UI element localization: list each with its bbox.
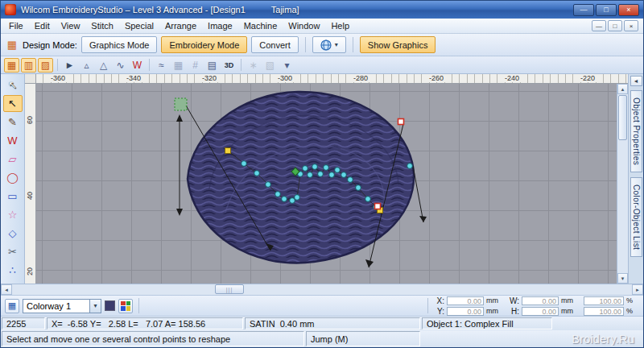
h-field[interactable]: 0.00 <box>522 307 559 316</box>
reshape-control-point[interactable] <box>335 168 341 173</box>
ellipse-tool[interactable]: ◯ <box>3 169 23 186</box>
mdi-minimize-button[interactable]: — <box>592 20 606 31</box>
menu-item-arrange[interactable]: Arrange <box>159 19 202 32</box>
graphics-mode-button[interactable]: Graphics Mode <box>81 36 158 53</box>
hscroll-thumb[interactable]: ||| <box>215 284 244 294</box>
square-red-marker[interactable] <box>375 204 381 209</box>
maximize-button[interactable]: □ <box>596 4 617 16</box>
colorway-palette-button[interactable] <box>118 299 133 313</box>
layout-icon[interactable]: ▤ <box>204 58 220 72</box>
panel-collapse-button[interactable]: ◄ <box>630 76 642 86</box>
toolbar-overflow-icon[interactable]: ▾ <box>279 58 295 72</box>
lettering-icon[interactable]: W <box>130 58 145 72</box>
scroll-right-icon[interactable]: ► <box>632 284 643 295</box>
menu-items: FileEditViewStitchSpecialArrangeImageMac… <box>3 19 355 32</box>
menu-item-view[interactable]: View <box>56 19 86 32</box>
w-field[interactable]: 0.00 <box>522 296 559 305</box>
embroidery-mode-button[interactable]: Embroidery Mode <box>161 36 247 53</box>
convert-button[interactable]: Convert <box>251 36 299 53</box>
reshape-object-tool[interactable]: ↖ <box>3 95 23 112</box>
reshape-control-point[interactable] <box>290 198 295 204</box>
reshape-control-point[interactable] <box>324 165 329 171</box>
rectangle-tool[interactable]: ▭ <box>3 188 23 205</box>
horizontal-scrollbar[interactable]: ◄ ||| ► <box>1 284 643 295</box>
scale-x-field[interactable]: 100.00 <box>584 296 624 305</box>
reshape-control-point[interactable] <box>295 195 300 201</box>
menu-item-stitch[interactable]: Stitch <box>85 19 119 32</box>
hoop-globe-button[interactable]: ▾ <box>312 36 346 53</box>
design-canvas[interactable] <box>36 84 617 284</box>
reshape-control-point[interactable] <box>318 172 324 177</box>
mdi-restore-button[interactable]: □ <box>608 20 622 31</box>
scale-y-field[interactable]: 100.00 <box>584 307 624 316</box>
lettering-tool[interactable]: W <box>3 132 23 149</box>
y-field[interactable]: 0.00 <box>447 307 484 316</box>
scroll-down-icon[interactable]: ▼ <box>617 273 628 284</box>
reshape-control-point[interactable] <box>341 172 347 178</box>
satin-fill-icon[interactable]: ▥ <box>21 58 36 72</box>
stitch-toolbar: ▦▥▨►▵△∿W≈▦#▤3D∗▧▾ <box>1 56 643 74</box>
zigzag-stitch-icon[interactable]: ∿ <box>113 58 128 72</box>
transform-panel: X: 0.00 mm Y: 0.00 mm W: 0.00 mm H: <box>434 296 639 316</box>
current-thread-swatch[interactable] <box>105 300 115 311</box>
3d-view-toggle[interactable]: 3D <box>221 58 237 72</box>
reshape-control-point[interactable] <box>303 166 308 172</box>
entry-point-marker[interactable] <box>175 98 187 110</box>
digitize-run-tool[interactable]: ✎ <box>3 114 23 130</box>
colorway-select[interactable]: Colorway 1 ▾ <box>23 299 101 313</box>
polygon-tool[interactable]: ◇ <box>3 225 23 242</box>
panel-tab-color-object-list[interactable]: Color-Object List <box>630 177 642 257</box>
contour-fill-icon[interactable]: ≈ <box>154 58 169 72</box>
reshape-control-point[interactable] <box>348 177 353 183</box>
colorway-settings-icon[interactable]: ▦ <box>5 299 19 313</box>
embroidery-object[interactable] <box>188 92 414 263</box>
select-arrow-icon[interactable]: ► <box>62 58 77 72</box>
menu-item-file[interactable]: File <box>3 19 29 32</box>
reshape-control-point[interactable] <box>266 182 271 188</box>
show-graphics-button[interactable]: Show Graphics <box>360 36 436 53</box>
square-red-marker[interactable] <box>398 119 404 125</box>
tatami-fill-icon[interactable]: ▨ <box>38 58 53 72</box>
minimize-button[interactable]: — <box>573 4 594 16</box>
reshape-control-point[interactable] <box>254 171 260 176</box>
stitch-edit-tool[interactable]: ∴ <box>3 262 23 279</box>
column-a-icon[interactable]: ▵ <box>79 58 94 72</box>
menu-item-help[interactable]: Help <box>325 19 355 32</box>
scroll-left-icon[interactable]: ◄ <box>1 284 12 295</box>
vscroll-thumb[interactable] <box>618 95 627 140</box>
vertical-scrollbar[interactable]: ▲ ▼ <box>617 84 628 284</box>
menu-item-edit[interactable]: Edit <box>29 19 56 32</box>
select-object-tool[interactable]: ↖ <box>3 77 23 93</box>
x-field[interactable]: 0.00 <box>447 296 484 305</box>
reshape-control-point[interactable] <box>365 197 371 202</box>
scroll-up-icon[interactable]: ▲ <box>617 84 628 94</box>
menu-item-machine[interactable]: Machine <box>238 19 283 32</box>
mdi-close-button[interactable]: × <box>624 20 638 31</box>
hscroll-track[interactable]: ||| <box>12 284 632 295</box>
h-ruler-label: -360 <box>49 74 67 82</box>
mdi-window-controls: — □ × <box>592 20 641 31</box>
reshape-control-point[interactable] <box>242 161 247 167</box>
menu-item-special[interactable]: Special <box>119 19 159 32</box>
star-tool[interactable]: ☆ <box>3 206 23 223</box>
statusbar: 2255 X= -6.58 Y= 2.58 L= 7.07 A= 158.56 … <box>1 316 643 330</box>
square-yellow-marker[interactable] <box>225 148 231 154</box>
reshape-control-point[interactable] <box>282 197 287 202</box>
reshape-control-point[interactable] <box>275 192 281 197</box>
complex-fill-tool[interactable]: ▱ <box>3 151 23 168</box>
reshape-control-point[interactable] <box>329 172 335 178</box>
reshape-control-point[interactable] <box>308 172 313 178</box>
knife-tool[interactable]: ✂ <box>3 243 23 260</box>
column-b-icon[interactable]: △ <box>96 58 111 72</box>
w-label: W: <box>509 296 519 305</box>
auto-fill-icon[interactable]: ▦ <box>4 58 19 72</box>
panel-tab-object-properties[interactable]: Object Properties <box>630 90 642 172</box>
reshape-control-point[interactable] <box>356 185 361 191</box>
menu-item-image[interactable]: Image <box>202 19 238 32</box>
reshape-control-point[interactable] <box>312 164 318 170</box>
design-svg <box>36 84 617 284</box>
circle-cyan-marker[interactable] <box>407 164 413 169</box>
menu-item-window[interactable]: Window <box>283 19 325 32</box>
combo-dropdown-icon[interactable]: ▾ <box>89 300 101 313</box>
close-button[interactable]: × <box>618 4 639 16</box>
